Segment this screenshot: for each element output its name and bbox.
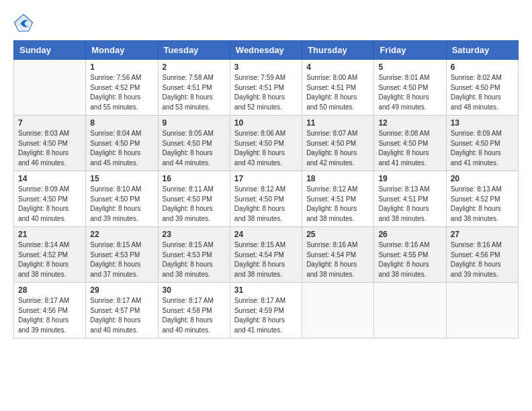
day-info: Sunrise: 8:13 AM Sunset: 4:52 PM Dayligh… <box>451 185 514 224</box>
calendar-header-row: SundayMondayTuesdayWednesdayThursdayFrid… <box>14 41 519 60</box>
day-number: 26 <box>378 230 441 239</box>
calendar-week-row: 7Sunrise: 8:03 AM Sunset: 4:50 PM Daylig… <box>14 116 519 171</box>
calendar-day-cell: 17Sunrise: 8:12 AM Sunset: 4:50 PM Dayli… <box>230 171 302 227</box>
day-info: Sunrise: 8:08 AM Sunset: 4:50 PM Dayligh… <box>378 129 441 168</box>
day-info: Sunrise: 7:58 AM Sunset: 4:51 PM Dayligh… <box>163 73 226 112</box>
day-info: Sunrise: 8:15 AM Sunset: 4:54 PM Dayligh… <box>234 240 298 279</box>
calendar-day-cell: 31Sunrise: 8:17 AM Sunset: 4:59 PM Dayli… <box>230 283 302 338</box>
calendar-day-cell: 14Sunrise: 8:09 AM Sunset: 4:50 PM Dayli… <box>14 171 86 227</box>
calendar-day-cell: 6Sunrise: 8:02 AM Sunset: 4:50 PM Daylig… <box>446 60 518 116</box>
day-number: 24 <box>234 230 298 239</box>
calendar-day-cell: 29Sunrise: 8:17 AM Sunset: 4:57 PM Dayli… <box>86 283 158 338</box>
day-number: 15 <box>90 174 153 183</box>
day-info: Sunrise: 8:03 AM Sunset: 4:50 PM Dayligh… <box>18 129 81 168</box>
day-number: 27 <box>451 230 514 239</box>
day-info: Sunrise: 8:09 AM Sunset: 4:50 PM Dayligh… <box>18 185 81 224</box>
day-info: Sunrise: 8:17 AM Sunset: 4:58 PM Dayligh… <box>163 296 226 335</box>
calendar-day-cell: 4Sunrise: 8:00 AM Sunset: 4:51 PM Daylig… <box>302 60 374 116</box>
day-info: Sunrise: 8:09 AM Sunset: 4:50 PM Dayligh… <box>451 129 514 168</box>
day-number: 31 <box>234 285 298 295</box>
day-number: 29 <box>90 285 153 295</box>
day-number: 11 <box>306 118 369 128</box>
day-number: 13 <box>451 118 514 128</box>
day-number: 6 <box>451 62 514 72</box>
calendar-day-cell: 23Sunrise: 8:15 AM Sunset: 4:53 PM Dayli… <box>158 227 230 283</box>
day-info: Sunrise: 8:15 AM Sunset: 4:53 PM Dayligh… <box>90 240 153 279</box>
weekday-header: Monday <box>86 41 158 60</box>
weekday-header: Friday <box>374 41 446 60</box>
weekday-header: Tuesday <box>158 41 230 60</box>
day-info: Sunrise: 8:16 AM Sunset: 4:54 PM Dayligh… <box>306 240 369 279</box>
day-number: 7 <box>18 118 81 128</box>
calendar-week-row: 14Sunrise: 8:09 AM Sunset: 4:50 PM Dayli… <box>14 171 519 227</box>
day-info: Sunrise: 7:59 AM Sunset: 4:51 PM Dayligh… <box>234 73 298 112</box>
calendar-day-cell: 19Sunrise: 8:13 AM Sunset: 4:51 PM Dayli… <box>374 171 446 227</box>
day-info: Sunrise: 8:12 AM Sunset: 4:51 PM Dayligh… <box>306 185 369 224</box>
day-info: Sunrise: 8:07 AM Sunset: 4:50 PM Dayligh… <box>306 129 369 168</box>
calendar-week-row: 28Sunrise: 8:17 AM Sunset: 4:56 PM Dayli… <box>14 283 519 338</box>
calendar-day-cell: 7Sunrise: 8:03 AM Sunset: 4:50 PM Daylig… <box>14 116 86 171</box>
calendar-day-cell: 27Sunrise: 8:16 AM Sunset: 4:56 PM Dayli… <box>446 227 518 283</box>
day-info: Sunrise: 8:06 AM Sunset: 4:50 PM Dayligh… <box>234 129 298 168</box>
calendar-day-cell: 3Sunrise: 7:59 AM Sunset: 4:51 PM Daylig… <box>230 60 302 116</box>
page-header <box>13 13 519 34</box>
calendar-day-cell: 26Sunrise: 8:16 AM Sunset: 4:55 PM Dayli… <box>374 227 446 283</box>
day-info: Sunrise: 7:56 AM Sunset: 4:52 PM Dayligh… <box>90 73 153 112</box>
calendar-day-cell: 2Sunrise: 7:58 AM Sunset: 4:51 PM Daylig… <box>158 60 230 116</box>
logo <box>13 13 36 34</box>
day-info: Sunrise: 8:01 AM Sunset: 4:50 PM Dayligh… <box>378 73 441 112</box>
day-info: Sunrise: 8:10 AM Sunset: 4:50 PM Dayligh… <box>90 185 153 224</box>
day-number: 23 <box>163 230 226 239</box>
day-info: Sunrise: 8:02 AM Sunset: 4:50 PM Dayligh… <box>451 73 514 112</box>
day-number: 16 <box>163 174 226 183</box>
day-info: Sunrise: 8:17 AM Sunset: 4:59 PM Dayligh… <box>234 296 298 335</box>
calendar-day-cell: 20Sunrise: 8:13 AM Sunset: 4:52 PM Dayli… <box>446 171 518 227</box>
day-info: Sunrise: 8:17 AM Sunset: 4:57 PM Dayligh… <box>90 296 153 335</box>
calendar-day-cell <box>374 283 446 338</box>
weekday-header: Thursday <box>302 41 374 60</box>
day-number: 12 <box>378 118 441 128</box>
calendar-week-row: 21Sunrise: 8:14 AM Sunset: 4:52 PM Dayli… <box>14 227 519 283</box>
calendar-day-cell: 22Sunrise: 8:15 AM Sunset: 4:53 PM Dayli… <box>86 227 158 283</box>
calendar-day-cell: 11Sunrise: 8:07 AM Sunset: 4:50 PM Dayli… <box>302 116 374 171</box>
day-info: Sunrise: 8:14 AM Sunset: 4:52 PM Dayligh… <box>18 240 81 279</box>
calendar-day-cell: 18Sunrise: 8:12 AM Sunset: 4:51 PM Dayli… <box>302 171 374 227</box>
day-number: 3 <box>234 62 298 72</box>
calendar-day-cell: 16Sunrise: 8:11 AM Sunset: 4:50 PM Dayli… <box>158 171 230 227</box>
day-number: 28 <box>18 285 81 295</box>
day-number: 19 <box>378 174 441 183</box>
day-number: 18 <box>306 174 369 183</box>
calendar-day-cell: 1Sunrise: 7:56 AM Sunset: 4:52 PM Daylig… <box>86 60 158 116</box>
calendar-day-cell: 15Sunrise: 8:10 AM Sunset: 4:50 PM Dayli… <box>86 171 158 227</box>
calendar-day-cell: 12Sunrise: 8:08 AM Sunset: 4:50 PM Dayli… <box>374 116 446 171</box>
day-number: 4 <box>306 62 369 72</box>
calendar-day-cell: 10Sunrise: 8:06 AM Sunset: 4:50 PM Dayli… <box>230 116 302 171</box>
day-number: 9 <box>163 118 226 128</box>
weekday-header: Saturday <box>446 41 518 60</box>
calendar-day-cell <box>446 283 518 338</box>
calendar-day-cell: 8Sunrise: 8:04 AM Sunset: 4:50 PM Daylig… <box>86 116 158 171</box>
day-number: 17 <box>234 174 298 183</box>
day-number: 21 <box>18 230 81 239</box>
day-number: 25 <box>306 230 369 239</box>
day-number: 20 <box>451 174 514 183</box>
logo-icon <box>13 13 34 34</box>
calendar-week-row: 1Sunrise: 7:56 AM Sunset: 4:52 PM Daylig… <box>14 60 519 116</box>
calendar-day-cell: 28Sunrise: 8:17 AM Sunset: 4:56 PM Dayli… <box>14 283 86 338</box>
day-info: Sunrise: 8:04 AM Sunset: 4:50 PM Dayligh… <box>90 129 153 168</box>
calendar-day-cell: 9Sunrise: 8:05 AM Sunset: 4:50 PM Daylig… <box>158 116 230 171</box>
calendar-day-cell: 25Sunrise: 8:16 AM Sunset: 4:54 PM Dayli… <box>302 227 374 283</box>
calendar-day-cell <box>302 283 374 338</box>
day-info: Sunrise: 8:11 AM Sunset: 4:50 PM Dayligh… <box>163 185 226 224</box>
day-info: Sunrise: 8:12 AM Sunset: 4:50 PM Dayligh… <box>234 185 298 224</box>
day-number: 14 <box>18 174 81 183</box>
day-number: 1 <box>90 62 153 72</box>
day-number: 2 <box>163 62 226 72</box>
calendar-day-cell: 30Sunrise: 8:17 AM Sunset: 4:58 PM Dayli… <box>158 283 230 338</box>
calendar: SundayMondayTuesdayWednesdayThursdayFrid… <box>13 40 519 338</box>
day-number: 22 <box>90 230 153 239</box>
calendar-day-cell: 21Sunrise: 8:14 AM Sunset: 4:52 PM Dayli… <box>14 227 86 283</box>
day-info: Sunrise: 8:16 AM Sunset: 4:56 PM Dayligh… <box>451 240 514 279</box>
day-info: Sunrise: 8:00 AM Sunset: 4:51 PM Dayligh… <box>306 73 369 112</box>
day-info: Sunrise: 8:05 AM Sunset: 4:50 PM Dayligh… <box>163 129 226 168</box>
